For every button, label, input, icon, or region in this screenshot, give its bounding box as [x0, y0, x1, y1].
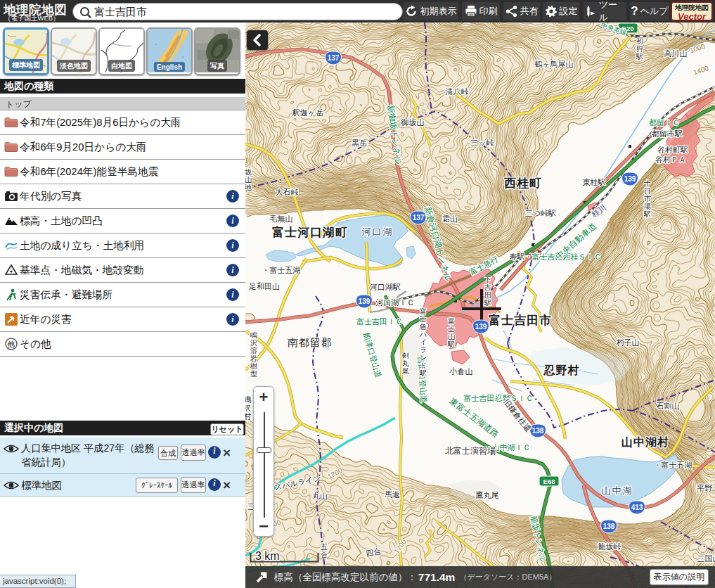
svg-text:南都留郡: 南都留郡: [288, 336, 333, 348]
svg-text:山中湖村: 山中湖村: [621, 436, 669, 448]
svg-text:杓子山: 杓子山: [617, 338, 640, 347]
svg-text:・富士五湖: ・富士五湖: [654, 461, 693, 469]
svg-text:石割山: 石割山: [657, 402, 680, 410]
svg-text:E68: E68: [543, 478, 555, 485]
svg-text:137: 137: [413, 214, 425, 222]
svg-text:富士吉田ＩＣ: 富士吉田ＩＣ: [356, 317, 403, 326]
svg-text:西桂町: 西桂町: [503, 177, 542, 190]
svg-text:山中湖ＩＣ: 山中湖ＩＣ: [492, 443, 531, 452]
svg-text:山中湖: 山中湖: [602, 485, 633, 496]
svg-text:都留市駅: 都留市駅: [652, 129, 683, 138]
svg-text:鳴沢村: 鳴沢村: [245, 395, 252, 421]
svg-text:谷村ＰＡ: 谷村ＰＡ: [655, 155, 686, 164]
svg-text:富士吉田忍野ＳＩＣ: 富士吉田忍野ＳＩＣ: [464, 394, 534, 402]
svg-text:霜山: 霜山: [442, 215, 458, 223]
svg-text:他: 他: [7, 340, 15, 348]
svg-text:丸山: 丸山: [312, 492, 328, 500]
svg-text:剣丸尾: 剣丸尾: [401, 352, 409, 375]
svg-text:平野: 平野: [697, 484, 712, 492]
svg-text:寿駅・: 寿駅・: [510, 253, 533, 261]
svg-text:138: 138: [532, 427, 544, 435]
svg-text:都留ＩＣ: 都留ＩＣ: [649, 118, 680, 127]
svg-text:河口湖: 河口湖: [362, 226, 394, 237]
svg-text:大石峠: 大石峠: [276, 188, 299, 196]
svg-text:三つ峠駅: 三つ峠駅: [525, 209, 556, 217]
svg-text:富士吉田市: 富士吉田市: [489, 313, 552, 327]
svg-text:三国山: 三国山: [697, 554, 715, 563]
svg-text:東桂駅: 東桂駅: [583, 178, 606, 186]
svg-text:谷村町駅: 谷村町駅: [657, 146, 688, 154]
svg-text:忍野村: 忍野村: [543, 364, 580, 376]
svg-text:河口湖ＩＣ: 河口湖ＩＣ: [376, 298, 415, 307]
svg-text:・富士五湖: ・富士五湖: [262, 266, 301, 274]
svg-text:北富士演習場: 北富士演習場: [445, 446, 496, 456]
svg-text:鶴ヶ鳥屋山: 鶴ヶ鳥屋山: [534, 60, 573, 68]
svg-text:139: 139: [359, 298, 371, 305]
svg-text:137: 137: [328, 54, 340, 62]
svg-text:3 km: 3 km: [255, 550, 280, 562]
svg-text:139: 139: [624, 175, 636, 183]
svg-text:馬返: 馬返: [385, 490, 400, 499]
svg-text:三ッ峠: 三ッ峠: [470, 139, 494, 147]
svg-text:413: 413: [631, 504, 643, 511]
svg-text:下吉田駅: 下吉田駅: [484, 276, 491, 307]
svg-text:御坂山: 御坂山: [401, 118, 425, 127]
svg-text:籠坂峠: 籠坂峠: [598, 542, 621, 551]
svg-text:富士急ハイランド駅: 富士急ハイランド駅: [419, 307, 427, 377]
svg-text:初狩駅: 初狩駅: [636, 37, 643, 60]
svg-text:河口湖駅: 河口湖駅: [370, 283, 401, 291]
svg-text:富士山駅: 富士山駅: [447, 317, 455, 348]
svg-text:鳴沢溶岩樹型: 鳴沢溶岩樹型: [250, 331, 257, 378]
svg-text:坂山地: 坂山地: [245, 168, 252, 191]
svg-text:釈迦ヶ岳: 釈迦ヶ岳: [292, 108, 323, 117]
svg-text:鷹丸尾: 鷹丸尾: [476, 491, 499, 499]
svg-text:毛無山: 毛無山: [269, 215, 293, 223]
svg-text:黒岳: 黒岳: [352, 139, 367, 147]
svg-text:足和田山: 足和田山: [249, 282, 280, 290]
svg-text:清八峠: 清八峠: [445, 87, 469, 96]
svg-text:小倉山: 小倉山: [449, 367, 473, 376]
svg-text:高川山: 高川山: [664, 49, 688, 58]
svg-text:139: 139: [475, 323, 487, 331]
svg-text:十日市場駅: 十日市場駅: [643, 179, 652, 218]
svg-text:富士河口湖町: 富士河口湖町: [272, 225, 348, 239]
svg-text:138: 138: [603, 523, 615, 530]
